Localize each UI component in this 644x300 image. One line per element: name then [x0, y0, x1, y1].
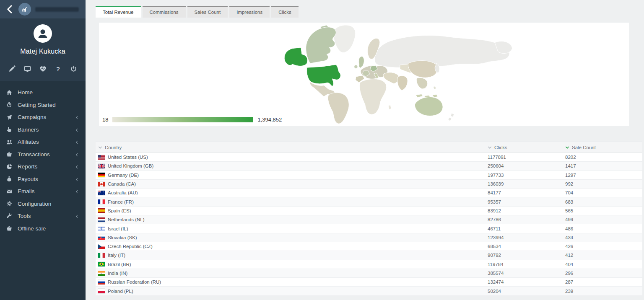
envelope-icon	[6, 189, 12, 194]
table-row[interactable]: United Kingdom (GB)2506041417	[96, 162, 642, 171]
clicks-value: 1177891	[488, 155, 565, 160]
column-label: Sale Count	[572, 145, 596, 150]
country-name: Czech Republic (CZ)	[108, 244, 153, 249]
avatar[interactable]	[34, 24, 52, 43]
chevron-left-icon	[75, 127, 79, 132]
sidebar-item-label: Emails	[18, 188, 75, 194]
table-row[interactable]: Israel (IL)46711486	[96, 224, 642, 233]
monitor-icon[interactable]	[24, 65, 31, 72]
flag-icon-sk	[98, 235, 105, 240]
sidebar-item-payouts[interactable]: Payouts	[0, 173, 86, 186]
basket-icon	[6, 225, 12, 231]
country-cell: United States (US)	[96, 155, 488, 160]
sidebar-item-offline-sale[interactable]: Offline sale	[0, 222, 86, 235]
table-row[interactable]: Netherlands (NL)82786499	[96, 215, 642, 224]
clicks-value: 385574	[488, 271, 565, 276]
flag-icon-nl	[98, 217, 105, 222]
sidebar-item-getting-started[interactable]: Getting Started	[0, 99, 86, 111]
tab-sales-count[interactable]: Sales Count	[187, 6, 228, 18]
flag-icon-gb	[98, 164, 105, 168]
map-legend: 18 1,394,852	[102, 116, 282, 123]
table-row[interactable]: Germany (DE)1977331297	[96, 171, 642, 180]
table-row[interactable]: Poland (PL)50204239	[96, 287, 642, 295]
basket-icon	[6, 151, 12, 157]
table-row[interactable]: France (FR)95357683	[96, 197, 642, 206]
map-panel: 18 1,394,852	[99, 23, 629, 126]
sidebar-item-campaigns[interactable]: Campaigns	[0, 111, 86, 124]
user-name: Matej Kukucka	[0, 48, 86, 55]
world-choropleth-map[interactable]	[268, 24, 523, 124]
table-row[interactable]: Australia (AU)84177704	[96, 189, 642, 197]
table-row[interactable]: United States (US)11778918202	[96, 153, 642, 162]
pencil-icon[interactable]	[8, 65, 16, 72]
sidebar-item-label: Reports	[18, 163, 75, 170]
sidebar-item-tools[interactable]: Tools	[0, 210, 86, 222]
tab-impressions[interactable]: Impressions	[229, 6, 270, 18]
country-name: Canada (CA)	[108, 181, 136, 186]
sidebar-item-label: Tools	[18, 213, 75, 219]
column-header-sale-count[interactable]: Sale Count	[565, 145, 642, 150]
clicks-value: 68534	[488, 244, 565, 249]
sidebar-item-label: Getting Started	[18, 102, 79, 108]
table-row[interactable]: Brazil (BR)119784404	[96, 260, 642, 269]
tab-total-revenue[interactable]: Total Revenue	[96, 6, 141, 18]
table-row[interactable]: Slovakia (SK)123994434	[96, 233, 642, 242]
legend-min-value: 18	[102, 116, 108, 123]
sale-count-value: 8202	[565, 155, 642, 160]
country-name: United States (US)	[108, 155, 148, 160]
clicks-value: 119784	[488, 262, 565, 267]
back-icon[interactable]	[5, 5, 14, 14]
table-row[interactable]: Italy (IT)90792412	[96, 251, 642, 260]
sale-count-value: 1417	[565, 163, 642, 168]
chevron-left-icon	[75, 189, 79, 194]
main-content: Total RevenueCommissionsSales CountImpre…	[86, 0, 644, 300]
country-cell: Brazil (BR)	[96, 262, 488, 267]
sale-count-value: 683	[565, 199, 642, 204]
sidebar-item-emails[interactable]: Emails	[0, 185, 86, 198]
table-row[interactable]: Canada (CA)136039992	[96, 180, 642, 189]
svg-text:?: ?	[56, 65, 60, 72]
sale-count-value: 287	[565, 279, 642, 284]
table-header-row: CountryClicksSale Count	[96, 142, 642, 153]
sort-down-icon	[488, 146, 492, 149]
sidebar: Matej Kukucka ? HomeGetting StartedCampa…	[0, 0, 86, 300]
table-row[interactable]: Spain (ES)83912565	[96, 207, 642, 215]
sidebar-item-transactions[interactable]: Transactions	[0, 148, 86, 161]
flag-icon-cz	[98, 244, 105, 249]
country-name: Poland (PL)	[108, 289, 133, 294]
chevron-left-icon	[75, 152, 79, 157]
heartbeat-icon[interactable]	[39, 65, 47, 72]
country-cell: United Kingdom (GB)	[96, 163, 488, 168]
sale-count-value: 434	[565, 235, 642, 240]
country-cell: Netherlands (NL)	[96, 217, 488, 222]
flag-icon-pl	[98, 289, 105, 293]
sidebar-item-configuration[interactable]: Configuration	[0, 198, 86, 210]
power-icon[interactable]	[70, 65, 77, 72]
tab-clicks[interactable]: Clicks	[271, 6, 299, 18]
tab-commissions[interactable]: Commissions	[143, 6, 186, 18]
table-row[interactable]: India (IN)385574296	[96, 269, 642, 278]
flag-icon-us	[98, 155, 105, 160]
table-row[interactable]: Russian Federation (RU)132474287	[96, 278, 642, 287]
sidebar-item-reports[interactable]: Reports	[0, 160, 86, 173]
flag-icon-ru	[98, 280, 105, 284]
report-tabs: Total RevenueCommissionsSales CountImpre…	[96, 6, 644, 18]
clicks-value: 46711	[488, 226, 565, 231]
column-header-clicks[interactable]: Clicks	[488, 145, 565, 150]
profile-quick-actions: ?	[0, 65, 86, 72]
sidebar-item-banners[interactable]: Banners	[0, 124, 86, 136]
country-cell: Israel (IL)	[96, 226, 488, 231]
sidebar-item-home[interactable]: Home	[0, 86, 86, 99]
sidebar-item-label: Banners	[18, 127, 75, 133]
sort-down-icon	[98, 146, 102, 149]
clicks-value: 83912	[488, 208, 565, 213]
country-name: Brazil (BR)	[108, 262, 131, 267]
sidebar-item-label: Transactions	[18, 151, 75, 158]
sidebar-item-affiliates[interactable]: Affiliates	[0, 136, 86, 148]
gear-icon	[6, 201, 12, 207]
table-row[interactable]: Czech Republic (CZ)68534426	[96, 242, 642, 251]
help-icon[interactable]: ?	[55, 65, 62, 72]
column-header-country[interactable]: Country	[96, 145, 488, 150]
chevron-left-icon	[75, 115, 79, 119]
pie-chart-icon	[6, 164, 12, 170]
